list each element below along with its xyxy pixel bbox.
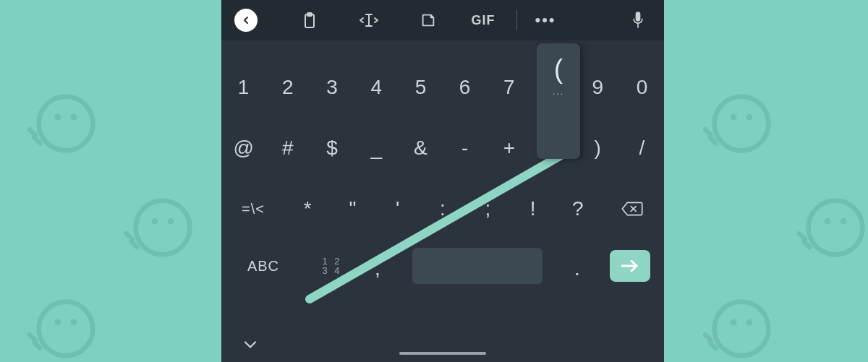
symbol-row-2: =\< * " ' : ; ! ?: [221, 191, 664, 227]
svg-rect-28: [707, 340, 719, 352]
symbol-mode-button[interactable]: 1 2 3 4: [305, 243, 359, 289]
android-keyboard-screenshot: GIF ••• 1 2 3 4 5 6 7 8 9 0 @ # $ _ & - …: [221, 0, 664, 362]
svg-point-27: [746, 319, 753, 326]
keyboard-toolbar: GIF •••: [221, 0, 664, 40]
svg-point-10: [39, 302, 93, 356]
svg-point-17: [746, 114, 753, 121]
svg-rect-3: [31, 134, 43, 147]
svg-point-12: [71, 319, 77, 326]
key-4[interactable]: 4: [354, 68, 399, 107]
chevron-down-icon: [242, 340, 258, 350]
svg-point-6: [152, 218, 158, 225]
more-button[interactable]: •••: [520, 0, 571, 40]
key-plus[interactable]: +: [487, 130, 531, 166]
svg-point-21: [825, 218, 831, 225]
key-underscore[interactable]: _: [354, 130, 399, 166]
key-9[interactable]: 9: [576, 68, 620, 107]
svg-point-11: [55, 319, 61, 326]
svg-rect-8: [128, 238, 140, 251]
key-close-paren[interactable]: ): [576, 130, 620, 166]
text-cursor-icon: [359, 12, 379, 28]
key-comma[interactable]: ,: [359, 243, 396, 289]
svg-point-16: [731, 114, 737, 121]
key-7[interactable]: 7: [487, 68, 531, 107]
symbol-row-1: @ # $ _ & - + ( ) /: [221, 130, 664, 166]
key-preview-sub: ...: [553, 87, 564, 97]
svg-point-22: [841, 218, 847, 225]
svg-point-25: [715, 302, 769, 356]
key-slash[interactable]: /: [620, 130, 664, 166]
collapse-keyboard-button[interactable]: [221, 327, 279, 362]
svg-rect-9: [123, 230, 135, 243]
key-ampersand[interactable]: &: [399, 130, 443, 166]
key-at[interactable]: @: [221, 130, 265, 166]
key-dollar[interactable]: $: [310, 130, 354, 166]
clipboard-button[interactable]: [281, 0, 339, 40]
number-row: 1 2 3 4 5 6 7 8 9 0: [221, 68, 664, 107]
mic-button[interactable]: [571, 0, 664, 40]
svg-point-2: [71, 114, 77, 121]
key-single-quote[interactable]: ': [375, 191, 420, 227]
key-0[interactable]: 0: [620, 68, 664, 107]
key-preview-main: (: [554, 56, 563, 82]
svg-rect-23: [801, 238, 813, 251]
svg-point-1: [55, 114, 61, 121]
key-period[interactable]: .: [558, 243, 596, 289]
key-preview-popup: ( ...: [537, 43, 580, 159]
enter-button[interactable]: [596, 243, 664, 289]
key-3[interactable]: 3: [310, 68, 354, 107]
key-hash[interactable]: #: [265, 130, 310, 166]
key-semicolon[interactable]: ;: [465, 191, 510, 227]
symbol-mode-bottom: 3 4: [322, 266, 341, 275]
clipboard-icon: [301, 12, 318, 29]
key-2[interactable]: 2: [265, 68, 310, 107]
svg-rect-29: [702, 332, 714, 344]
svg-rect-14: [26, 332, 38, 344]
spacebar-surface: [412, 248, 542, 284]
sticker-button[interactable]: [399, 0, 457, 40]
svg-point-15: [715, 97, 769, 151]
svg-rect-33: [637, 12, 640, 21]
svg-point-5: [136, 201, 190, 255]
abc-button[interactable]: ABC: [221, 243, 305, 289]
svg-rect-18: [707, 134, 719, 147]
nav-home-indicator[interactable]: [399, 352, 486, 355]
key-1[interactable]: 1: [221, 68, 265, 107]
gif-button[interactable]: GIF: [457, 0, 509, 40]
svg-rect-19: [702, 126, 714, 139]
key-exclaim[interactable]: !: [510, 191, 555, 227]
key-more-symbols[interactable]: =\<: [221, 191, 285, 227]
svg-rect-13: [31, 340, 43, 352]
back-button[interactable]: [221, 0, 281, 40]
backspace-icon: [621, 200, 644, 217]
toolbar-separator: [516, 10, 517, 30]
arrow-right-icon: [621, 259, 639, 272]
sticker-icon: [420, 12, 436, 28]
gesture-trail: [221, 0, 664, 362]
svg-point-7: [168, 218, 174, 225]
svg-point-0: [39, 97, 93, 151]
key-5[interactable]: 5: [399, 68, 443, 107]
svg-rect-4: [26, 126, 38, 139]
svg-point-20: [809, 201, 863, 255]
key-hyphen[interactable]: -: [443, 130, 487, 166]
text-cursor-button[interactable]: [339, 0, 399, 40]
key-asterisk[interactable]: *: [285, 191, 330, 227]
spacebar[interactable]: [396, 243, 558, 289]
backspace-button[interactable]: [600, 191, 664, 227]
key-question[interactable]: ?: [556, 191, 600, 227]
chevron-left-icon: [240, 14, 252, 26]
mic-icon: [631, 11, 645, 30]
svg-rect-24: [796, 230, 808, 243]
bottom-row: ABC 1 2 3 4 , .: [221, 243, 664, 289]
key-6[interactable]: 6: [443, 68, 487, 107]
svg-point-26: [731, 319, 737, 326]
key-double-quote[interactable]: ": [330, 191, 375, 227]
key-colon[interactable]: :: [420, 191, 465, 227]
